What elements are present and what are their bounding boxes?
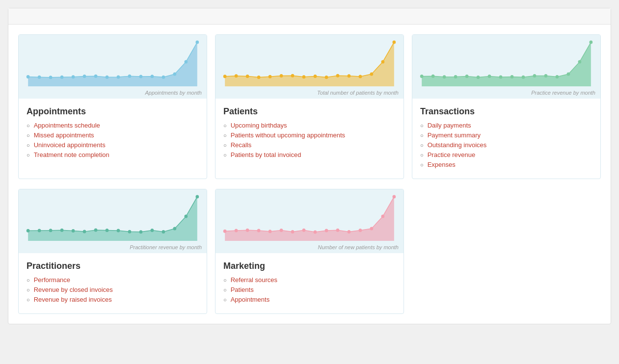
card-body-patients: PatientsUpcoming birthdaysPatients witho… (215, 99, 404, 169)
svg-point-81 (359, 229, 362, 232)
link-recalls[interactable]: Recalls (231, 141, 252, 149)
chart-label-appointments: Appointments by month (145, 90, 202, 96)
list-item: Patients by total invoiced (223, 151, 396, 158)
svg-point-60 (117, 229, 120, 232)
link-outstanding-invoices[interactable]: Outstanding invoices (428, 141, 487, 149)
list-item: Treatment note completion (27, 151, 199, 158)
card-title-appointments: Appointments (27, 106, 199, 117)
svg-point-55 (60, 229, 64, 232)
link-patients-by-total-invoiced[interactable]: Patients by total invoiced (231, 151, 301, 158)
chart-label-practitioners: Practitioner revenue by month (130, 244, 202, 250)
svg-point-73 (269, 230, 272, 233)
list-item: Appointments schedule (27, 122, 199, 129)
svg-point-2 (38, 76, 41, 79)
chart-practitioners: Practitioner revenue by month (19, 189, 207, 253)
svg-point-72 (257, 229, 261, 232)
link-uninvoiced-appointments[interactable]: Uninvoiced appointments (34, 141, 106, 149)
link-payment-summary[interactable]: Payment summary (428, 131, 481, 139)
link-expenses[interactable]: Expenses (428, 161, 456, 168)
card-body-marketing: MarketingReferral sourcesPatientsAppoint… (215, 253, 404, 313)
svg-marker-68 (225, 197, 394, 241)
svg-point-46 (544, 74, 548, 78)
link-patients[interactable]: Patients (231, 286, 254, 293)
card-body-appointments: AppointmentsAppointments scheduleMissed … (19, 99, 207, 169)
svg-point-13 (162, 76, 165, 79)
svg-point-28 (336, 74, 340, 78)
list-item: Practice revenue (420, 151, 592, 158)
svg-point-36 (431, 75, 435, 78)
svg-point-77 (314, 230, 317, 234)
svg-point-32 (381, 60, 385, 64)
list-item: Daily payments (420, 122, 592, 129)
svg-point-33 (392, 41, 396, 44)
svg-point-47 (556, 75, 559, 78)
svg-point-84 (392, 195, 396, 199)
list-item: Recalls (223, 141, 396, 149)
link-appointments-schedule[interactable]: Appointments schedule (34, 122, 100, 129)
card-title-marketing: Marketing (223, 261, 396, 271)
svg-point-67 (195, 195, 199, 199)
svg-point-37 (443, 75, 446, 78)
link-practice-revenue[interactable]: Practice revenue (428, 151, 476, 158)
svg-point-71 (246, 229, 249, 232)
svg-point-54 (49, 229, 53, 232)
svg-point-43 (511, 75, 514, 78)
report-links-transactions: Daily paymentsPayment summaryOutstanding… (420, 122, 592, 168)
svg-point-20 (246, 75, 249, 78)
link-revenue-by-closed-invoices[interactable]: Revenue by closed invoices (34, 286, 113, 293)
link-referral-sources[interactable]: Referral sources (231, 276, 277, 284)
svg-point-4 (60, 76, 64, 79)
svg-point-41 (488, 75, 491, 78)
chart-label-transactions: Practice revenue by month (531, 90, 595, 96)
link-daily-payments[interactable]: Daily payments (428, 122, 471, 129)
svg-point-59 (106, 229, 109, 232)
card-title-patients: Patients (223, 106, 396, 117)
svg-point-49 (578, 60, 582, 64)
svg-point-80 (348, 230, 351, 234)
list-item: Uninvoiced appointments (27, 141, 199, 149)
card-title-practitioners: Practitioners (27, 261, 199, 271)
svg-point-66 (185, 215, 188, 218)
svg-point-14 (173, 73, 177, 76)
svg-point-52 (27, 229, 30, 233)
svg-point-65 (173, 227, 177, 231)
link-missed-appointments[interactable]: Missed appointments (34, 131, 94, 139)
svg-point-25 (302, 75, 306, 78)
report-card-marketing: Number of new patients by monthMarketing… (215, 189, 404, 314)
list-item: Missed appointments (27, 131, 199, 139)
card-body-transactions: TransactionsDaily paymentsPayment summar… (412, 99, 600, 179)
card-title-transactions: Transactions (420, 106, 592, 117)
svg-point-29 (348, 74, 351, 78)
svg-point-39 (465, 75, 469, 78)
reports-grid-row1: Appointments by monthAppointmentsAppoint… (8, 25, 611, 189)
svg-point-31 (370, 73, 374, 76)
svg-point-16 (195, 41, 199, 44)
svg-point-26 (314, 75, 317, 78)
link-patients-without-upcoming-appointments[interactable]: Patients without upcoming appointments (231, 131, 345, 139)
list-item: Outstanding invoices (420, 141, 592, 149)
card-body-practitioners: PractitionersPerformanceRevenue by close… (19, 253, 207, 313)
svg-point-79 (336, 229, 340, 232)
list-item: Referral sources (223, 276, 396, 284)
link-performance[interactable]: Performance (34, 276, 70, 284)
svg-point-35 (420, 75, 424, 78)
report-links-patients: Upcoming birthdaysPatients without upcom… (223, 122, 396, 158)
link-treatment-note-completion[interactable]: Treatment note completion (34, 151, 109, 158)
svg-point-12 (151, 75, 154, 78)
svg-point-18 (223, 75, 227, 78)
svg-marker-34 (422, 42, 591, 86)
report-links-practitioners: PerformanceRevenue by closed invoicesRev… (27, 276, 199, 303)
svg-point-64 (162, 230, 165, 234)
report-card-patients: Total number of patients by monthPatient… (215, 34, 404, 179)
svg-point-56 (72, 229, 75, 233)
svg-point-48 (567, 73, 570, 76)
link-appointments[interactable]: Appointments (231, 296, 270, 303)
report-card-transactions: Practice revenue by monthTransactionsDai… (412, 34, 601, 179)
link-upcoming-birthdays[interactable]: Upcoming birthdays (231, 122, 287, 129)
svg-point-38 (454, 75, 458, 78)
page-header (8, 8, 611, 25)
svg-point-5 (72, 75, 75, 78)
chart-transactions: Practice revenue by month (412, 35, 600, 99)
svg-point-45 (533, 74, 537, 78)
link-revenue-by-raised-invoices[interactable]: Revenue by raised invoices (34, 296, 112, 303)
